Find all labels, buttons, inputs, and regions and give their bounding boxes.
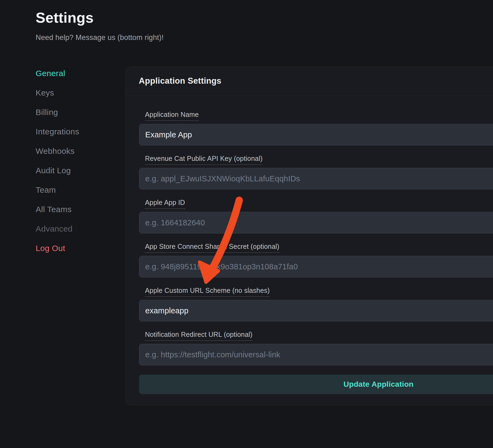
shared-secret-input[interactable] [139, 256, 493, 277]
field-notification-redirect-url: Notification Redirect URL (optional) [139, 331, 493, 365]
field-application-name: Application Name [139, 111, 493, 145]
field-revenuecat-api-key: Revenue Cat Public API Key (optional) [139, 155, 493, 189]
apple-app-id-label: Apple App ID [145, 199, 493, 209]
sidebar-item-billing[interactable]: Billing [36, 103, 117, 122]
revenuecat-api-key-label: Revenue Cat Public API Key (optional) [145, 155, 493, 165]
custom-url-scheme-label: Apple Custom URL Scheme (no slashes) [145, 287, 493, 297]
notification-redirect-url-label: Notification Redirect URL (optional) [145, 331, 493, 341]
sidebar-item-webhooks[interactable]: Webhooks [36, 141, 117, 161]
sidebar-item-advanced[interactable]: Advanced [36, 219, 117, 239]
sidebar-item-audit-log[interactable]: Audit Log [36, 161, 117, 180]
application-settings-panel: Application Settings Application Name Re… [125, 66, 493, 405]
panel-title: Application Settings [139, 76, 221, 86]
page-subtitle: Need help? Message us (bottom right)! [36, 33, 164, 42]
sidebar-item-general[interactable]: General [36, 64, 117, 83]
revenuecat-api-key-input[interactable] [139, 168, 493, 189]
sidebar-item-integrations[interactable]: Integrations [36, 122, 117, 141]
settings-sidebar: General Keys Billing Integrations Webhoo… [36, 64, 117, 258]
application-name-label: Application Name [145, 111, 493, 121]
sidebar-item-keys[interactable]: Keys [36, 83, 117, 103]
field-apple-app-id: Apple App ID [139, 199, 493, 233]
sidebar-item-team[interactable]: Team [36, 180, 117, 200]
sidebar-item-all-teams[interactable]: All Teams [36, 200, 117, 219]
custom-url-scheme-input[interactable] [139, 300, 493, 321]
update-application-button[interactable]: Update Application [139, 375, 493, 394]
page-title: Settings [36, 9, 94, 26]
field-custom-url-scheme: Apple Custom URL Scheme (no slashes) [139, 287, 493, 321]
field-shared-secret: App Store Connect Shared Secret (optiona… [139, 243, 493, 277]
apple-app-id-input[interactable] [139, 212, 493, 233]
sidebar-item-log-out[interactable]: Log Out [36, 239, 117, 258]
shared-secret-label: App Store Connect Shared Secret (optiona… [145, 243, 493, 253]
panel-body: Application Name Revenue Cat Public API … [126, 96, 493, 394]
application-name-input[interactable] [139, 124, 493, 145]
notification-redirect-url-input[interactable] [139, 344, 493, 365]
panel-header: Application Settings [126, 67, 493, 96]
